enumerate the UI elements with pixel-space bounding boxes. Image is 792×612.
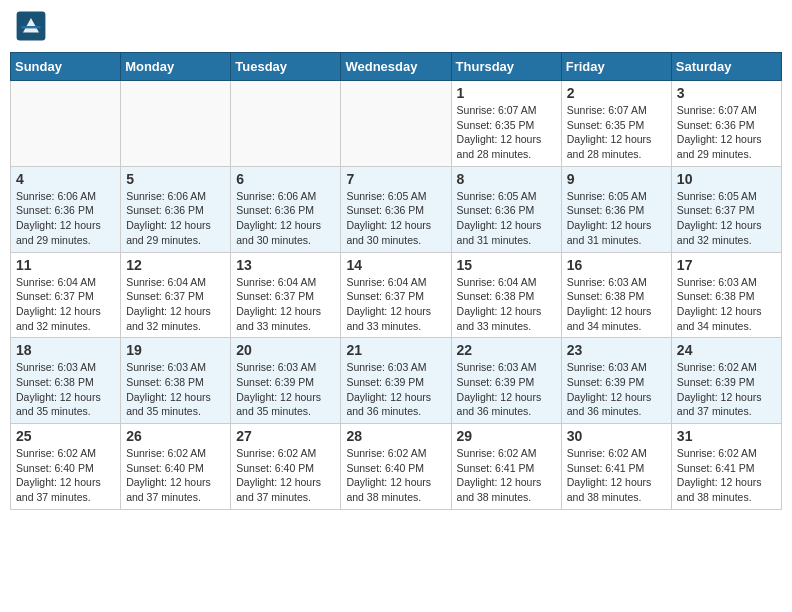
calendar-cell: 15Sunrise: 6:04 AM Sunset: 6:38 PM Dayli…: [451, 252, 561, 338]
day-info: Sunrise: 6:07 AM Sunset: 6:35 PM Dayligh…: [457, 103, 556, 162]
calendar-cell: 28Sunrise: 6:02 AM Sunset: 6:40 PM Dayli…: [341, 424, 451, 510]
day-number: 10: [677, 171, 776, 187]
calendar-cell: 27Sunrise: 6:02 AM Sunset: 6:40 PM Dayli…: [231, 424, 341, 510]
column-header-monday: Monday: [121, 53, 231, 81]
day-info: Sunrise: 6:04 AM Sunset: 6:38 PM Dayligh…: [457, 275, 556, 334]
calendar-cell: [231, 81, 341, 167]
day-number: 7: [346, 171, 445, 187]
calendar-week-row: 4Sunrise: 6:06 AM Sunset: 6:36 PM Daylig…: [11, 166, 782, 252]
calendar-cell: 30Sunrise: 6:02 AM Sunset: 6:41 PM Dayli…: [561, 424, 671, 510]
calendar-cell: 25Sunrise: 6:02 AM Sunset: 6:40 PM Dayli…: [11, 424, 121, 510]
calendar-cell: 17Sunrise: 6:03 AM Sunset: 6:38 PM Dayli…: [671, 252, 781, 338]
day-number: 21: [346, 342, 445, 358]
day-info: Sunrise: 6:07 AM Sunset: 6:36 PM Dayligh…: [677, 103, 776, 162]
column-header-friday: Friday: [561, 53, 671, 81]
day-number: 28: [346, 428, 445, 444]
calendar-week-row: 25Sunrise: 6:02 AM Sunset: 6:40 PM Dayli…: [11, 424, 782, 510]
day-number: 27: [236, 428, 335, 444]
day-number: 4: [16, 171, 115, 187]
day-info: Sunrise: 6:02 AM Sunset: 6:39 PM Dayligh…: [677, 360, 776, 419]
day-info: Sunrise: 6:04 AM Sunset: 6:37 PM Dayligh…: [126, 275, 225, 334]
calendar-cell: 13Sunrise: 6:04 AM Sunset: 6:37 PM Dayli…: [231, 252, 341, 338]
day-info: Sunrise: 6:05 AM Sunset: 6:36 PM Dayligh…: [346, 189, 445, 248]
column-header-tuesday: Tuesday: [231, 53, 341, 81]
calendar-cell: 6Sunrise: 6:06 AM Sunset: 6:36 PM Daylig…: [231, 166, 341, 252]
day-info: Sunrise: 6:02 AM Sunset: 6:41 PM Dayligh…: [457, 446, 556, 505]
day-number: 3: [677, 85, 776, 101]
day-info: Sunrise: 6:06 AM Sunset: 6:36 PM Dayligh…: [126, 189, 225, 248]
calendar-cell: 20Sunrise: 6:03 AM Sunset: 6:39 PM Dayli…: [231, 338, 341, 424]
day-info: Sunrise: 6:04 AM Sunset: 6:37 PM Dayligh…: [346, 275, 445, 334]
day-info: Sunrise: 6:02 AM Sunset: 6:41 PM Dayligh…: [677, 446, 776, 505]
day-info: Sunrise: 6:06 AM Sunset: 6:36 PM Dayligh…: [236, 189, 335, 248]
day-info: Sunrise: 6:02 AM Sunset: 6:40 PM Dayligh…: [346, 446, 445, 505]
calendar-table: SundayMondayTuesdayWednesdayThursdayFrid…: [10, 52, 782, 510]
calendar-week-row: 18Sunrise: 6:03 AM Sunset: 6:38 PM Dayli…: [11, 338, 782, 424]
calendar-cell: 23Sunrise: 6:03 AM Sunset: 6:39 PM Dayli…: [561, 338, 671, 424]
day-number: 22: [457, 342, 556, 358]
calendar-cell: 16Sunrise: 6:03 AM Sunset: 6:38 PM Dayli…: [561, 252, 671, 338]
day-number: 9: [567, 171, 666, 187]
calendar-header-row: SundayMondayTuesdayWednesdayThursdayFrid…: [11, 53, 782, 81]
column-header-saturday: Saturday: [671, 53, 781, 81]
day-number: 5: [126, 171, 225, 187]
column-header-sunday: Sunday: [11, 53, 121, 81]
calendar-cell: 8Sunrise: 6:05 AM Sunset: 6:36 PM Daylig…: [451, 166, 561, 252]
calendar-cell: 14Sunrise: 6:04 AM Sunset: 6:37 PM Dayli…: [341, 252, 451, 338]
day-number: 20: [236, 342, 335, 358]
day-info: Sunrise: 6:04 AM Sunset: 6:37 PM Dayligh…: [16, 275, 115, 334]
day-info: Sunrise: 6:04 AM Sunset: 6:37 PM Dayligh…: [236, 275, 335, 334]
day-number: 25: [16, 428, 115, 444]
day-number: 15: [457, 257, 556, 273]
calendar-week-row: 1Sunrise: 6:07 AM Sunset: 6:35 PM Daylig…: [11, 81, 782, 167]
day-info: Sunrise: 6:03 AM Sunset: 6:38 PM Dayligh…: [567, 275, 666, 334]
calendar-cell: 11Sunrise: 6:04 AM Sunset: 6:37 PM Dayli…: [11, 252, 121, 338]
calendar-week-row: 11Sunrise: 6:04 AM Sunset: 6:37 PM Dayli…: [11, 252, 782, 338]
day-number: 18: [16, 342, 115, 358]
day-info: Sunrise: 6:07 AM Sunset: 6:35 PM Dayligh…: [567, 103, 666, 162]
calendar-cell: 22Sunrise: 6:03 AM Sunset: 6:39 PM Dayli…: [451, 338, 561, 424]
calendar-cell: 29Sunrise: 6:02 AM Sunset: 6:41 PM Dayli…: [451, 424, 561, 510]
day-number: 1: [457, 85, 556, 101]
calendar-cell: 18Sunrise: 6:03 AM Sunset: 6:38 PM Dayli…: [11, 338, 121, 424]
svg-rect-2: [21, 26, 40, 28]
day-number: 24: [677, 342, 776, 358]
calendar-cell: [11, 81, 121, 167]
calendar-cell: 12Sunrise: 6:04 AM Sunset: 6:37 PM Dayli…: [121, 252, 231, 338]
calendar-cell: [121, 81, 231, 167]
day-number: 19: [126, 342, 225, 358]
day-number: 13: [236, 257, 335, 273]
column-header-wednesday: Wednesday: [341, 53, 451, 81]
day-info: Sunrise: 6:03 AM Sunset: 6:39 PM Dayligh…: [346, 360, 445, 419]
day-info: Sunrise: 6:02 AM Sunset: 6:41 PM Dayligh…: [567, 446, 666, 505]
calendar-cell: 4Sunrise: 6:06 AM Sunset: 6:36 PM Daylig…: [11, 166, 121, 252]
calendar-cell: 5Sunrise: 6:06 AM Sunset: 6:36 PM Daylig…: [121, 166, 231, 252]
calendar-cell: 10Sunrise: 6:05 AM Sunset: 6:37 PM Dayli…: [671, 166, 781, 252]
day-info: Sunrise: 6:02 AM Sunset: 6:40 PM Dayligh…: [16, 446, 115, 505]
day-info: Sunrise: 6:06 AM Sunset: 6:36 PM Dayligh…: [16, 189, 115, 248]
calendar-cell: 1Sunrise: 6:07 AM Sunset: 6:35 PM Daylig…: [451, 81, 561, 167]
calendar-cell: [341, 81, 451, 167]
day-number: 26: [126, 428, 225, 444]
day-info: Sunrise: 6:03 AM Sunset: 6:39 PM Dayligh…: [567, 360, 666, 419]
calendar-cell: 31Sunrise: 6:02 AM Sunset: 6:41 PM Dayli…: [671, 424, 781, 510]
day-number: 17: [677, 257, 776, 273]
day-info: Sunrise: 6:03 AM Sunset: 6:39 PM Dayligh…: [236, 360, 335, 419]
day-info: Sunrise: 6:02 AM Sunset: 6:40 PM Dayligh…: [126, 446, 225, 505]
day-info: Sunrise: 6:03 AM Sunset: 6:39 PM Dayligh…: [457, 360, 556, 419]
day-number: 6: [236, 171, 335, 187]
calendar-cell: 19Sunrise: 6:03 AM Sunset: 6:38 PM Dayli…: [121, 338, 231, 424]
logo: [15, 10, 51, 42]
day-info: Sunrise: 6:05 AM Sunset: 6:37 PM Dayligh…: [677, 189, 776, 248]
day-number: 2: [567, 85, 666, 101]
calendar-cell: 9Sunrise: 6:05 AM Sunset: 6:36 PM Daylig…: [561, 166, 671, 252]
day-number: 16: [567, 257, 666, 273]
calendar-cell: 2Sunrise: 6:07 AM Sunset: 6:35 PM Daylig…: [561, 81, 671, 167]
calendar-cell: 26Sunrise: 6:02 AM Sunset: 6:40 PM Dayli…: [121, 424, 231, 510]
day-number: 12: [126, 257, 225, 273]
day-number: 23: [567, 342, 666, 358]
day-number: 11: [16, 257, 115, 273]
day-number: 29: [457, 428, 556, 444]
day-number: 30: [567, 428, 666, 444]
day-info: Sunrise: 6:02 AM Sunset: 6:40 PM Dayligh…: [236, 446, 335, 505]
